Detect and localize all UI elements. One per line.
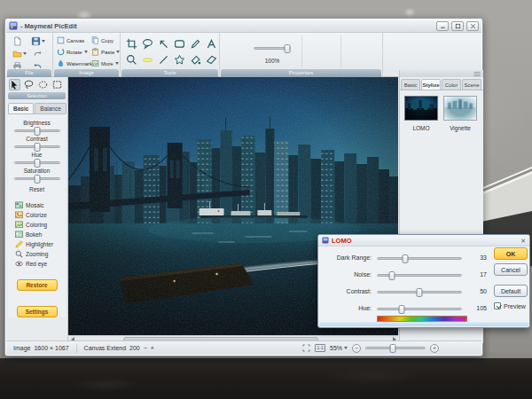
- more-button[interactable]: More: [91, 59, 119, 67]
- callout-tool[interactable]: [140, 36, 154, 51]
- text-icon: [206, 38, 217, 50]
- fit-window-icon: [302, 344, 310, 352]
- zoom-out-button[interactable]: −: [352, 344, 361, 353]
- effect-bokeh[interactable]: Bokeh: [8, 230, 66, 239]
- settings-button[interactable]: Settings: [17, 306, 58, 317]
- rotate-button[interactable]: Rotate: [57, 48, 88, 56]
- maximize-icon: [455, 23, 461, 29]
- close-button[interactable]: [466, 21, 479, 31]
- pencil-tool[interactable]: [188, 36, 202, 51]
- redo-button[interactable]: [32, 48, 43, 59]
- tab-basic[interactable]: Basic: [8, 103, 34, 113]
- rotate-dropdown-caret[interactable]: [84, 51, 88, 53]
- reset-link[interactable]: Reset: [8, 186, 66, 192]
- contrast-slider[interactable]: [14, 145, 60, 148]
- fill-tool[interactable]: [188, 52, 202, 66]
- tab-stylize[interactable]: Stylize: [421, 79, 441, 90]
- hue-slider-thumb[interactable]: [34, 159, 40, 168]
- contrast-slider-thumb[interactable]: [34, 143, 40, 152]
- effect-coloring[interactable]: Coloring: [8, 220, 66, 230]
- zoom-slider-thumb[interactable]: [389, 344, 395, 353]
- default-button[interactable]: Default: [494, 285, 528, 297]
- crop-tool[interactable]: [124, 36, 138, 51]
- brightness-slider[interactable]: [14, 129, 60, 132]
- tab-scene[interactable]: Scene: [462, 79, 481, 90]
- maximize-button[interactable]: [451, 21, 464, 31]
- minimize-button[interactable]: [436, 21, 449, 31]
- hue-slider[interactable]: [14, 161, 60, 164]
- canvas-extend-minus[interactable]: −: [144, 345, 147, 351]
- lomo-dialog-close-icon[interactable]: ✕: [520, 238, 526, 244]
- right-panel-header: [400, 70, 483, 77]
- line-tool[interactable]: [156, 52, 170, 66]
- canvas-extend-plus[interactable]: +: [151, 345, 154, 351]
- status-canvas-label: Canvas Extend: [84, 345, 126, 351]
- paste-button[interactable]: Paste: [91, 48, 120, 56]
- magnifier-tool[interactable]: [124, 52, 138, 66]
- effect-colorize[interactable]: Colorize: [8, 210, 66, 220]
- dialog-contrast-slider[interactable]: [377, 291, 462, 293]
- save-button[interactable]: [30, 35, 46, 47]
- zoom-level-dropdown[interactable]: 55%: [330, 345, 348, 351]
- cancel-button[interactable]: Cancel: [494, 263, 528, 276]
- rounded-rect-tool[interactable]: [172, 36, 186, 51]
- zoom-slider[interactable]: [365, 347, 426, 349]
- properties-zoom-value: 100%: [254, 58, 291, 64]
- more-dropdown-caret[interactable]: [115, 62, 119, 65]
- lomo-dialog-titlebar[interactable]: LOMO ✕: [318, 235, 529, 246]
- preview-checkbox-row[interactable]: Preview: [494, 302, 526, 309]
- collapse-icon[interactable]: [473, 72, 481, 76]
- rect-select-tool[interactable]: [51, 79, 63, 90]
- tab-color[interactable]: Color: [442, 79, 461, 90]
- lomo-thumbnail[interactable]: LOMO: [404, 96, 438, 131]
- properties-slider[interactable]: [254, 47, 291, 50]
- vignette-thumbnail-label: Vignette: [443, 125, 477, 131]
- highlight-tool[interactable]: [140, 52, 154, 66]
- text-tool[interactable]: [204, 36, 218, 51]
- dialog-hue-slider-thumb[interactable]: [399, 305, 405, 314]
- dialog-hue-slider[interactable]: [377, 308, 462, 310]
- open-button[interactable]: [12, 48, 27, 59]
- brightness-slider-thumb[interactable]: [34, 127, 40, 136]
- vignette-thumbnail[interactable]: Vignette: [443, 96, 477, 131]
- save-dropdown-caret[interactable]: [42, 40, 45, 43]
- tab-right-basic[interactable]: Basic: [401, 79, 420, 90]
- saturation-slider[interactable]: [14, 177, 60, 180]
- effect-red-eye[interactable]: Red eye: [8, 259, 66, 269]
- open-dropdown-caret[interactable]: [23, 52, 27, 55]
- new-document-icon: [12, 36, 22, 46]
- app-icon: [9, 21, 18, 30]
- fit-window-button[interactable]: [301, 344, 310, 353]
- canvas-button[interactable]: Canvas: [57, 36, 84, 44]
- effect-highlighter[interactable]: Highlighter: [8, 239, 66, 249]
- paste-dropdown-caret[interactable]: [116, 51, 120, 53]
- preview-checkbox[interactable]: [494, 302, 501, 309]
- noise-slider-thumb[interactable]: [388, 271, 395, 280]
- saturation-slider-thumb[interactable]: [34, 175, 40, 184]
- title-bar[interactable]: - Maymeal PicEdit: [6, 20, 481, 33]
- actual-size-button[interactable]: 1:1: [315, 344, 325, 352]
- zoom-in-button[interactable]: +: [430, 344, 439, 353]
- watermark-button[interactable]: Watermark: [57, 59, 92, 67]
- effect-mosaic[interactable]: Mosaic: [8, 200, 66, 210]
- tab-balance[interactable]: Balance: [35, 103, 66, 113]
- red-eye-icon: [15, 260, 23, 268]
- ok-button[interactable]: OK: [494, 247, 528, 260]
- restore-button[interactable]: Restore: [17, 279, 58, 291]
- ellipse-select-icon: [38, 80, 48, 90]
- lasso-select-tool[interactable]: [23, 79, 35, 90]
- dialog-contrast-slider-thumb[interactable]: [417, 288, 423, 297]
- ellipse-select-tool[interactable]: [37, 79, 49, 90]
- noise-slider[interactable]: [377, 274, 462, 277]
- effect-zooming[interactable]: Zooming: [8, 249, 66, 259]
- new-file-button[interactable]: [12, 35, 23, 47]
- copy-button[interactable]: Copy: [91, 36, 113, 44]
- properties-slider-thumb[interactable]: [284, 44, 290, 53]
- cursor-select-tool[interactable]: [9, 79, 20, 90]
- star-tool[interactable]: [172, 52, 186, 66]
- eraser-tool[interactable]: [204, 52, 218, 66]
- dark-range-slider[interactable]: [377, 257, 462, 260]
- hue-label: Hue: [8, 152, 66, 158]
- arrow-tool[interactable]: [156, 36, 170, 51]
- dark-range-slider-thumb[interactable]: [403, 254, 409, 263]
